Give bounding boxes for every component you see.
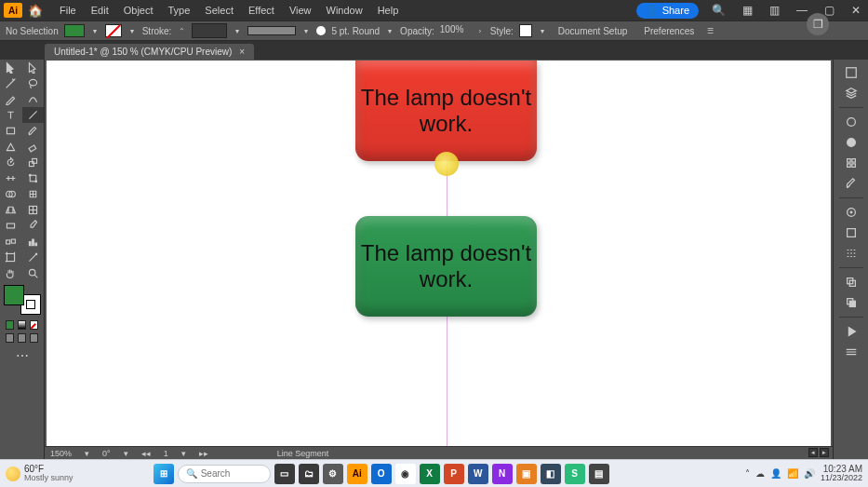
- rotate-tool-icon[interactable]: [0, 155, 22, 170]
- taskbar-app3-icon[interactable]: ▤: [589, 464, 609, 484]
- preferences-button[interactable]: Preferences: [638, 26, 700, 36]
- hand-tool-icon[interactable]: [0, 265, 22, 281]
- eraser-tool-icon[interactable]: [22, 139, 45, 155]
- opacity-more-icon[interactable]: ›: [475, 24, 485, 37]
- transform-panel-icon[interactable]: [839, 273, 863, 291]
- menu-type[interactable]: Type: [161, 5, 198, 16]
- arrange-docs-icon[interactable]: ▦: [739, 4, 756, 17]
- brushes-panel-icon[interactable]: [839, 174, 863, 193]
- draw-normal-icon[interactable]: [6, 333, 14, 343]
- magic-wand-tool-icon[interactable]: [0, 75, 22, 91]
- learn-badge-icon[interactable]: ❐: [807, 13, 829, 35]
- start-button[interactable]: ⊞: [154, 464, 174, 484]
- fill-stroke-control[interactable]: [4, 285, 41, 315]
- stroke-weight-field[interactable]: [192, 23, 227, 38]
- style-dropdown-icon[interactable]: ▾: [538, 24, 547, 37]
- artboard-tool-icon[interactable]: [0, 250, 22, 265]
- fill-swatch[interactable]: [64, 24, 85, 37]
- tray-wifi-icon[interactable]: 📶: [787, 468, 798, 479]
- width-profile-dropdown-icon[interactable]: ▾: [301, 24, 311, 37]
- window-minimize-icon[interactable]: —: [793, 4, 811, 17]
- live-paint-tool-icon[interactable]: [22, 186, 45, 202]
- artboard-number[interactable]: 1: [164, 449, 168, 458]
- line-segment-tool-icon[interactable]: [22, 107, 45, 123]
- taskbar-illustrator-icon[interactable]: Ai: [347, 464, 367, 484]
- eyedropper-tool-icon[interactable]: [22, 218, 45, 234]
- play-timeline-icon[interactable]: [839, 322, 863, 341]
- width-tool-icon[interactable]: [0, 170, 22, 186]
- scale-tool-icon[interactable]: [22, 155, 45, 170]
- rotate-dropdown-icon[interactable]: ▾: [124, 449, 128, 458]
- column-graph-tool-icon[interactable]: [22, 234, 45, 250]
- gradient-mode-icon[interactable]: [18, 320, 26, 330]
- none-mode-icon[interactable]: [30, 320, 38, 330]
- opacity-value[interactable]: 100%: [440, 24, 470, 37]
- stroke-none-swatch[interactable]: [105, 24, 122, 37]
- menu-edit[interactable]: Edit: [84, 5, 116, 16]
- shape-builder-tool-icon[interactable]: [0, 186, 22, 202]
- mesh-tool-icon[interactable]: [22, 202, 45, 218]
- window-close-icon[interactable]: ✕: [848, 4, 864, 17]
- rotate-view[interactable]: 0°: [102, 449, 111, 458]
- tray-volume-icon[interactable]: 🔊: [804, 468, 815, 479]
- stroke-dropdown-icon[interactable]: ▾: [233, 24, 242, 37]
- taskbar-excel-icon[interactable]: X: [420, 464, 440, 484]
- tray-user-icon[interactable]: 👤: [770, 468, 781, 479]
- layers-panel-icon[interactable]: [839, 84, 863, 102]
- taskbar-word-icon[interactable]: W: [468, 464, 488, 484]
- lasso-tool-icon[interactable]: [22, 75, 45, 91]
- direct-selection-tool-icon[interactable]: [22, 60, 45, 75]
- workspace-icon[interactable]: ▥: [766, 4, 783, 17]
- draw-behind-icon[interactable]: [18, 333, 26, 343]
- libraries-panel-icon[interactable]: [839, 113, 863, 131]
- blend-tool-icon[interactable]: [0, 234, 22, 250]
- color-mode-icon[interactable]: [6, 320, 14, 330]
- artboard-nav-next-icon[interactable]: ▸▸: [199, 449, 208, 458]
- variable-width-profile[interactable]: [247, 26, 296, 35]
- pathfinder-panel-icon[interactable]: [839, 293, 863, 312]
- color-panel-icon[interactable]: [839, 133, 863, 152]
- zoom-dropdown-icon[interactable]: ▾: [85, 449, 89, 458]
- stroke-swatch-dropdown-icon[interactable]: ▾: [127, 24, 137, 37]
- curvature-tool-icon[interactable]: [22, 91, 45, 107]
- type-tool-icon[interactable]: [0, 107, 22, 123]
- tray-onedrive-icon[interactable]: ☁: [755, 468, 765, 479]
- share-button[interactable]: 👤 Share: [636, 3, 699, 19]
- menu-help[interactable]: Help: [370, 5, 407, 16]
- rectangle-tool-icon[interactable]: [0, 123, 22, 139]
- document-tab[interactable]: Untitled-1* @ 150 % (CMYK/CPU Preview) ×: [45, 44, 254, 60]
- swatches-panel-icon[interactable]: [839, 154, 863, 172]
- fill-dropdown-icon[interactable]: ▾: [90, 24, 100, 37]
- zoom-level[interactable]: 150%: [50, 449, 72, 458]
- appearance-panel-icon[interactable]: [839, 203, 863, 222]
- document-setup-button[interactable]: Document Setup: [553, 26, 634, 36]
- selection-tool-icon[interactable]: [0, 60, 22, 75]
- flowchart-box-1[interactable]: The lamp doesn't work.: [355, 61, 537, 161]
- scroll-right-icon[interactable]: ▸: [820, 448, 829, 457]
- taskbar-explorer-icon[interactable]: 🗂: [299, 464, 319, 484]
- taskbar-outlook-icon[interactable]: O: [371, 464, 392, 484]
- align-menu-icon[interactable]: ☰: [705, 24, 714, 37]
- taskbar-settings-icon[interactable]: ⚙: [323, 464, 343, 484]
- zoom-tool-icon[interactable]: [22, 265, 45, 281]
- graphic-style-swatch[interactable]: [519, 24, 532, 37]
- edit-toolbar-icon[interactable]: ⋯: [0, 345, 44, 363]
- taskbar-clock[interactable]: 10:23 AM 11/23/2022: [821, 465, 862, 482]
- flowchart-box-2[interactable]: The lamp doesn't work.: [355, 216, 537, 317]
- free-transform-tool-icon[interactable]: [22, 170, 45, 186]
- brush-dropdown-icon[interactable]: ▾: [385, 24, 394, 37]
- graphic-styles-panel-icon[interactable]: [839, 223, 863, 242]
- scroll-left-icon[interactable]: ◂: [808, 448, 818, 457]
- taskbar-chrome-icon[interactable]: ◉: [395, 464, 416, 484]
- stroke-decrease-icon[interactable]: ⌃: [177, 24, 186, 37]
- paintbrush-tool-icon[interactable]: [22, 123, 45, 139]
- menu-object[interactable]: Object: [116, 5, 161, 16]
- menu-select[interactable]: Select: [197, 5, 241, 16]
- menu-effect[interactable]: Effect: [241, 5, 282, 16]
- search-icon[interactable]: 🔍: [708, 4, 729, 17]
- task-view-icon[interactable]: ▭: [274, 464, 295, 484]
- gradient-tool-icon[interactable]: [0, 218, 22, 234]
- artboard-nav-prev-icon[interactable]: ◂◂: [141, 449, 151, 458]
- taskbar-onenote-icon[interactable]: N: [492, 464, 513, 484]
- artboard[interactable]: The lamp doesn't work. The lamp doesn't …: [47, 61, 831, 446]
